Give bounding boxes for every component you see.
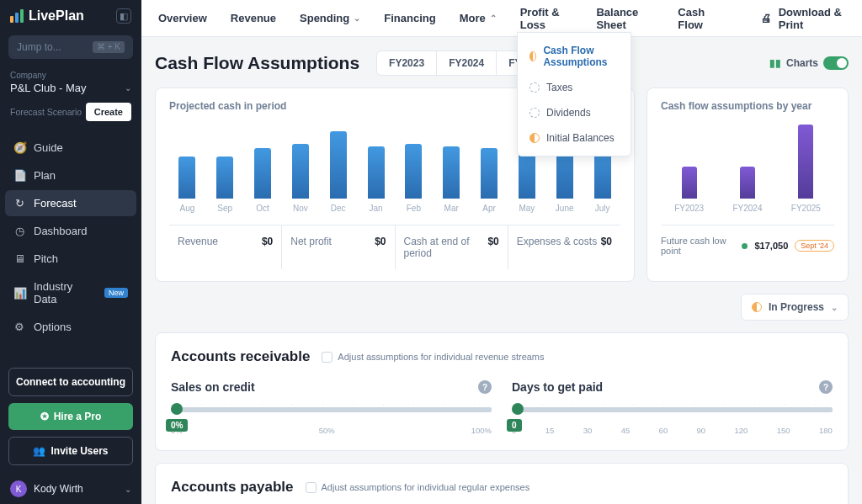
sidebar-header: LivePlan ◧: [0, 0, 141, 32]
collapse-sidebar-icon[interactable]: ◧: [116, 8, 131, 24]
checkbox-icon: [322, 352, 333, 363]
logo-text: LivePlan: [29, 8, 84, 24]
search-input[interactable]: Jump to... ⌘ + K: [8, 35, 133, 59]
dd-cash-flow-assumptions[interactable]: Cash Flow Assumptions: [518, 38, 631, 75]
user-menu[interactable]: K Kody Wirth ⌄: [0, 474, 141, 504]
slider-value: 0: [507, 419, 522, 432]
industry-icon: 📊: [13, 287, 25, 300]
chart-label: Aug: [180, 204, 195, 213]
sliders-row: Sales on credit? 0% 0%50%100% Days to ge…: [171, 380, 833, 435]
slider-ticks: 0%50%100%: [171, 426, 492, 435]
slider-track[interactable]: 0%: [171, 407, 492, 412]
new-badge: New: [104, 288, 128, 298]
chart-label: Oct: [256, 204, 269, 213]
dd-dividends[interactable]: Dividends: [518, 100, 631, 125]
in-progress-button[interactable]: In Progress ⌄: [741, 294, 849, 321]
nav-pitch[interactable]: 🖥Pitch: [5, 246, 136, 272]
chart-bar: [682, 167, 697, 199]
summary-revenue: Revenue$0: [169, 225, 282, 269]
year-tab-fy2024[interactable]: FY2024: [437, 51, 497, 75]
summary-row: Revenue$0 Net profit$0 Cash at end of pe…: [169, 225, 620, 269]
chevron-down-icon: ⌄: [125, 485, 131, 494]
chart-label: May: [519, 204, 535, 213]
chart-label: Feb: [407, 204, 421, 213]
guide-icon: 🧭: [13, 141, 25, 154]
search-kbd-hint: ⌘ + K: [93, 41, 125, 53]
company-name: P&L Club - May: [10, 82, 87, 94]
hire-pro-button[interactable]: ✪Hire a Pro: [8, 403, 133, 430]
charts-row: Projected cash in period AugSepOctNovDec…: [155, 88, 849, 282]
chart-bar: [292, 144, 309, 199]
ar-individual-checkbox[interactable]: Adjust assumptions for individual revenu…: [322, 352, 544, 363]
help-icon[interactable]: ?: [478, 380, 492, 394]
invite-users-button[interactable]: 👥Invite Users: [8, 437, 133, 465]
nav-forecast[interactable]: ↻Forecast: [5, 190, 136, 216]
nav-dashboard[interactable]: ◷Dashboard: [5, 218, 136, 244]
slider-thumb[interactable]: [512, 403, 524, 415]
year-tab-fy2023[interactable]: FY2023: [377, 51, 437, 75]
page-title: Cash Flow Assumptions: [155, 53, 359, 73]
chevron-down-icon: ⌄: [354, 13, 360, 23]
chart-bar: [798, 125, 813, 199]
chart-bar: [443, 146, 460, 199]
download-print-button[interactable]: 🖨Download & Print: [758, 0, 849, 41]
toggle-switch[interactable]: [823, 56, 849, 70]
avatar: K: [10, 480, 27, 497]
chart-label: FY2023: [674, 204, 704, 213]
accounts-receivable-section: Accounts receivable Adjust assumptions f…: [155, 332, 849, 451]
create-scenario-button[interactable]: Create: [86, 103, 131, 121]
nav-options[interactable]: ⚙Options: [5, 314, 136, 340]
status-dot-icon: [742, 243, 748, 249]
slider-thumb[interactable]: [171, 403, 183, 415]
future-cash-low: Future cash low point $17,050 Sept '24: [661, 225, 834, 256]
tab-cash-flow[interactable]: Cash Flow: [674, 0, 723, 41]
scenario-row: Forecast Scenario Create: [0, 103, 141, 131]
slider-track[interactable]: 0: [512, 407, 833, 412]
dd-taxes[interactable]: Taxes: [518, 75, 631, 100]
company-label: Company: [0, 67, 141, 80]
section-title: Accounts payable: [171, 479, 294, 496]
nav-plan[interactable]: 📄Plan: [5, 162, 136, 188]
pitch-icon: 🖥: [13, 252, 25, 265]
progress-row: In Progress ⌄: [155, 294, 849, 321]
scenario-label: Forecast Scenario: [10, 107, 82, 117]
chart-bar: [178, 157, 195, 199]
people-icon: 👥: [33, 445, 45, 457]
bar-chart-icon: ▮▮: [769, 57, 781, 69]
yearly-assumptions-card: Cash flow assumptions by year FY2023FY20…: [646, 88, 849, 282]
accounts-payable-section: Accounts payable Adjust assumptions for …: [155, 463, 849, 504]
tab-financing[interactable]: Financing: [380, 2, 439, 34]
checkbox-icon: [306, 482, 317, 493]
nav-guide[interactable]: 🧭Guide: [5, 135, 136, 161]
dd-initial-balances[interactable]: Initial Balances: [518, 125, 631, 151]
chart-label: Sep: [217, 204, 232, 213]
date-pill: Sept '24: [795, 240, 834, 252]
chart-bar: [330, 131, 347, 199]
chart-label: Jan: [369, 204, 382, 213]
ap-individual-checkbox[interactable]: Adjust assumptions for individual regula…: [306, 482, 530, 493]
charts-toggle[interactable]: ▮▮ Charts: [769, 56, 849, 70]
chevron-down-icon: ⌄: [125, 83, 131, 93]
logo-bars-icon: [10, 9, 24, 23]
dashboard-icon: ◷: [13, 225, 25, 237]
chart-bar: [740, 167, 755, 199]
company-selector[interactable]: P&L Club - May ⌄: [0, 80, 141, 103]
help-icon[interactable]: ?: [819, 380, 833, 394]
summary-net-profit: Net profit$0: [282, 225, 395, 269]
tab-overview[interactable]: Overview: [155, 2, 210, 34]
plan-icon: 📄: [13, 169, 25, 182]
nav-industry-data[interactable]: 📊Industry DataNew: [5, 273, 136, 312]
tab-spending[interactable]: Spending⌄: [296, 2, 364, 34]
logo[interactable]: LivePlan: [10, 8, 84, 24]
forecast-icon: ↻: [13, 197, 25, 210]
connect-accounting-button[interactable]: Connect to accounting: [8, 368, 133, 396]
chart-title: Cash flow assumptions by year: [661, 100, 834, 112]
section-title: Accounts receivable: [171, 348, 310, 365]
gear-icon: ⚙: [13, 321, 25, 333]
chart-bar: [481, 148, 498, 199]
tab-more[interactable]: More⌃: [456, 2, 500, 34]
chart-label: FY2024: [732, 204, 762, 213]
tab-revenue[interactable]: Revenue: [227, 2, 279, 34]
sidebar-bottom: Connect to accounting ✪Hire a Pro 👥Invit…: [0, 359, 141, 474]
summary-cash-end: Cash at end of period$0: [396, 225, 508, 269]
